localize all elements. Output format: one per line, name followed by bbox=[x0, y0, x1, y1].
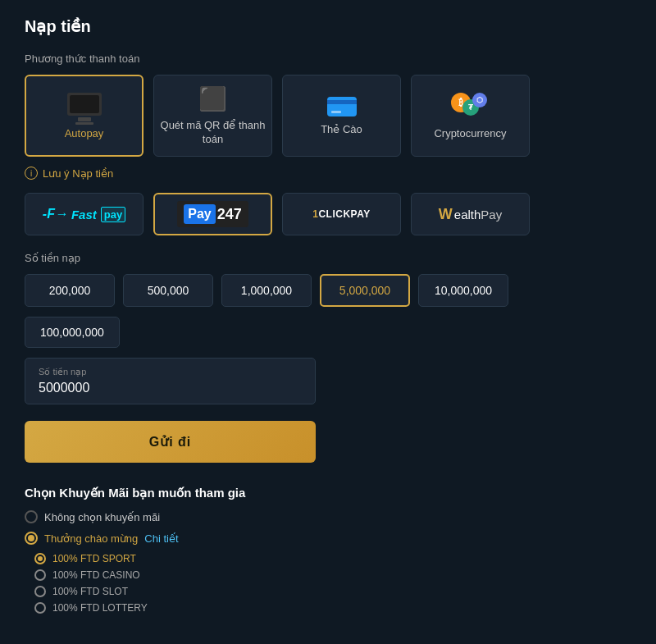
sub-label-slot: 100% FTD SLOT bbox=[52, 586, 128, 597]
amount-label: Số tiền nạp bbox=[25, 252, 631, 264]
amount-input-label: Số tiền nạp bbox=[39, 367, 302, 377]
notice: i Lưu ý Nạp tiền bbox=[25, 167, 631, 180]
payment-method-autopay[interactable]: Autopay bbox=[25, 75, 144, 157]
notice-text: Lưu ý Nạp tiền bbox=[43, 167, 113, 180]
sub-radio-lottery bbox=[34, 602, 46, 614]
amount-btn-1000000[interactable]: 1,000,000 bbox=[221, 274, 312, 307]
qr-label: Quét mã QR để thanh toán bbox=[154, 119, 271, 147]
provider-wealthpay[interactable]: W ealthPay bbox=[411, 193, 530, 235]
amount-input-wrapper: Số tiền nạp bbox=[25, 358, 316, 404]
amount-btn-5000000[interactable]: 5,000,000 bbox=[320, 274, 410, 307]
oneclickpay-logo: 1CLICKPAY bbox=[312, 208, 371, 220]
payment-methods-group: Autopay ⬛ Quét mã QR để thanh toán Thẻ C… bbox=[25, 75, 631, 157]
no-promo-radio bbox=[25, 510, 38, 523]
fastpay-logo: -F→ Fast pay bbox=[43, 207, 125, 222]
sub-radio-casino bbox=[34, 569, 46, 581]
provider-oneclickpay[interactable]: 1CLICKPAY bbox=[282, 193, 401, 235]
page-title: Nạp tiền bbox=[25, 16, 631, 36]
card-label: Thẻ Cào bbox=[321, 123, 362, 135]
payment-methods-label: Phương thức thanh toán bbox=[25, 53, 631, 65]
sub-radio-slot bbox=[34, 586, 46, 597]
amount-btn-100000000[interactable]: 100,000,000 bbox=[25, 317, 120, 348]
promo-section: Chọn Khuyến Mãi bạn muốn tham gia Không … bbox=[25, 486, 631, 614]
amount-buttons-row2: 100,000,000 bbox=[25, 317, 631, 348]
promo-title: Chọn Khuyến Mãi bạn muốn tham gia bbox=[25, 486, 631, 500]
pay247-logo: Pay 247 bbox=[177, 201, 248, 227]
crypto-label: Cryptocurrency bbox=[434, 127, 506, 139]
sub-item-sport[interactable]: 100% FTD SPORT bbox=[31, 553, 631, 564]
wealthpay-logo: W ealthPay bbox=[439, 206, 502, 223]
amount-btn-200000[interactable]: 200,000 bbox=[25, 274, 115, 307]
promo-detail-link[interactable]: Chi tiết bbox=[144, 532, 178, 545]
no-promo-label: Không chọn khuyến mãi bbox=[44, 511, 160, 523]
amount-btn-10000000[interactable]: 10,000,000 bbox=[418, 274, 508, 307]
notice-icon: i bbox=[25, 167, 38, 180]
payment-method-card[interactable]: Thẻ Cào bbox=[282, 75, 401, 157]
amount-btn-500000[interactable]: 500,000 bbox=[123, 274, 213, 307]
sub-label-lottery: 100% FTD LOTTERY bbox=[52, 602, 148, 614]
promo-radio-active bbox=[25, 532, 38, 545]
provider-fastpay[interactable]: -F→ Fast pay bbox=[25, 193, 144, 235]
sub-label-sport: 100% FTD SPORT bbox=[52, 553, 136, 564]
sub-label-casino: 100% FTD CASINO bbox=[52, 569, 140, 581]
amount-input[interactable] bbox=[39, 381, 302, 395]
promo-selected-label: Thưởng chào mừng bbox=[44, 532, 138, 545]
submit-button[interactable]: Gửi đi bbox=[25, 421, 316, 463]
promo-selected-option[interactable]: Thưởng chào mừng Chi tiết bbox=[25, 532, 631, 545]
crypto-icon: ₿ ₮ ⬡ bbox=[451, 93, 490, 121]
sub-item-lottery[interactable]: 100% FTD LOTTERY bbox=[31, 602, 631, 614]
sub-radio-sport bbox=[34, 553, 46, 564]
sub-item-casino[interactable]: 100% FTD CASINO bbox=[31, 569, 631, 581]
qr-icon: ⬛ bbox=[198, 85, 227, 112]
promo-sub-items: 100% FTD SPORT 100% FTD CASINO 100% FTD … bbox=[25, 553, 631, 614]
payment-method-qr[interactable]: ⬛ Quét mã QR để thanh toán bbox=[153, 75, 272, 157]
amount-buttons: 200,000 500,000 1,000,000 5,000,000 10,0… bbox=[25, 274, 631, 307]
card-icon bbox=[327, 97, 357, 116]
payment-providers-group: -F→ Fast pay Pay 247 1CLICKPAY W ealthPa… bbox=[25, 193, 631, 235]
payment-method-crypto[interactable]: ₿ ₮ ⬡ Cryptocurrency bbox=[411, 75, 530, 157]
provider-pay247[interactable]: Pay 247 bbox=[153, 193, 272, 235]
autopay-label: Autopay bbox=[65, 127, 104, 139]
no-promo-option[interactable]: Không chọn khuyến mãi bbox=[25, 510, 631, 523]
sub-item-slot[interactable]: 100% FTD SLOT bbox=[31, 586, 631, 597]
